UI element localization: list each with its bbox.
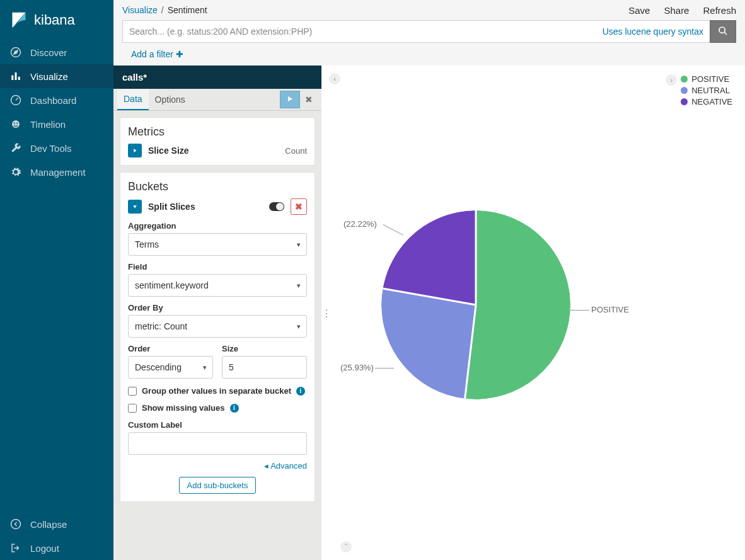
pie-slice-neutral[interactable] — [381, 289, 476, 399]
sidebar-item-label: Visualize — [30, 71, 68, 82]
brand[interactable]: kibana — [0, 0, 113, 40]
metric-toggle-button[interactable] — [128, 144, 142, 157]
sidebar-item-logout[interactable]: Logout — [0, 536, 113, 560]
size-label: Size — [222, 344, 307, 353]
sidebar-item-label: Discover — [30, 47, 67, 58]
tab-options[interactable]: Options — [149, 89, 192, 110]
main: Visualize / Sentiment Save Share Refresh… — [113, 0, 745, 560]
scroll-to-top-button[interactable]: ˆ — [340, 541, 352, 552]
sidebar-item-dashboard[interactable]: Dashboard — [0, 88, 113, 112]
add-filter-button[interactable]: Add a filter ✚ — [131, 49, 183, 59]
sidebar-item-visualize[interactable]: Visualize — [0, 64, 113, 88]
search-input[interactable] — [122, 20, 596, 43]
aggregation-select[interactable]: Terms — [128, 233, 307, 256]
legend-toggle-button[interactable]: › — [666, 74, 677, 86]
bucket-delete-button[interactable]: ✖ — [291, 198, 307, 215]
pie-label-positive: POSITIVE — [591, 305, 629, 314]
sidebar-item-label: Logout — [30, 543, 59, 554]
gauge-icon — [10, 94, 21, 106]
size-input[interactable] — [222, 356, 307, 379]
bar-chart-icon — [10, 71, 21, 82]
sidebar-item-timelion[interactable]: Timelion — [0, 112, 113, 136]
svg-rect-3 — [15, 72, 17, 80]
svg-rect-2 — [11, 76, 13, 81]
play-icon — [286, 94, 294, 105]
close-icon: ✖ — [305, 94, 313, 105]
custom-label: Custom Label — [128, 420, 307, 430]
breadcrumb-sep: / — [161, 5, 164, 15]
apply-changes-button[interactable] — [280, 91, 300, 108]
advanced-link[interactable]: ◂ Advanced — [128, 461, 307, 471]
logout-icon — [10, 542, 21, 554]
collapse-icon — [10, 518, 21, 530]
kibana-logo-icon — [10, 11, 28, 29]
order-select[interactable]: Descending — [128, 356, 213, 379]
field-label: Field — [128, 262, 307, 271]
refresh-button[interactable]: Refresh — [703, 5, 736, 16]
show-missing-label: Show missing values — [142, 403, 225, 413]
share-button[interactable]: Share — [664, 5, 689, 16]
plus-icon: ✚ — [176, 49, 183, 59]
legend-item-neutral[interactable]: NEUTRAL — [681, 86, 732, 95]
show-missing-checkbox[interactable] — [128, 404, 137, 413]
legend-color-swatch — [681, 87, 688, 94]
svg-point-10 — [719, 27, 725, 33]
sidebar-item-management[interactable]: Management — [0, 160, 113, 184]
group-other-row[interactable]: Group other values in separate bucket i — [128, 386, 307, 396]
panel-collapse-left-button[interactable]: ‹ — [329, 73, 340, 84]
metrics-title: Metrics — [128, 125, 307, 139]
discard-changes-button[interactable]: ✖ — [300, 91, 318, 108]
legend-label: NEUTRAL — [691, 86, 730, 95]
aggregation-label: Aggregation — [128, 221, 307, 231]
custom-label-input[interactable] — [128, 432, 307, 455]
sidebar-item-label: Dashboard — [30, 95, 76, 106]
label-connector — [375, 368, 394, 369]
wrench-icon — [10, 142, 21, 154]
search-button[interactable] — [710, 20, 736, 43]
bucket-toggle-button[interactable] — [128, 200, 142, 214]
caret-right-icon — [132, 146, 138, 156]
pie-chart[interactable] — [381, 210, 570, 401]
sidebar-item-collapse[interactable]: Collapse — [0, 512, 113, 536]
group-other-checkbox[interactable] — [128, 387, 137, 396]
visualization-area: ‹ ⋮ › POSITIVE NEUTRAL — [321, 66, 745, 560]
save-button[interactable]: Save — [628, 5, 650, 16]
label-connector — [570, 310, 589, 311]
sidebar-item-label: Dev Tools — [30, 143, 72, 154]
sidebar-item-label: Collapse — [30, 519, 67, 530]
pie-slice-positive[interactable] — [465, 210, 570, 399]
legend-label: POSITIVE — [691, 74, 729, 84]
metrics-card: Metrics Slice Size Count — [120, 117, 315, 166]
sidebar-item-discover[interactable]: Discover — [0, 40, 113, 64]
orderby-label: Order By — [128, 303, 307, 312]
legend-item-positive[interactable]: POSITIVE — [681, 74, 732, 84]
svg-marker-1 — [14, 50, 18, 54]
chevron-left-icon: ‹ — [333, 75, 336, 83]
chevron-up-icon: ˆ — [345, 543, 347, 551]
show-missing-row[interactable]: Show missing values i — [128, 403, 307, 413]
pie-label-neutral: (25.93%) — [340, 363, 374, 372]
breadcrumb-root[interactable]: Visualize — [122, 5, 158, 15]
legend-item-negative[interactable]: NEGATIVE — [681, 97, 732, 106]
sidebar-item-dev-tools[interactable]: Dev Tools — [0, 136, 113, 160]
info-icon[interactable]: i — [230, 404, 239, 413]
close-icon: ✖ — [295, 202, 303, 212]
pie-label-negative: (22.22%) — [344, 219, 377, 229]
add-sub-buckets-button[interactable]: Add sub-buckets — [179, 477, 257, 494]
sidebar: kibana Discover Visualize Dashboard Time… — [0, 0, 113, 560]
slice-size-value: Count — [285, 146, 307, 156]
resize-handle[interactable]: ⋮ — [321, 307, 330, 319]
compass-icon — [10, 47, 21, 58]
tab-data[interactable]: Data — [117, 89, 149, 110]
split-slices-label: Split Slices — [148, 202, 195, 212]
lucene-syntax-link[interactable]: Uses lucene query syntax — [596, 20, 710, 43]
bucket-enabled-toggle[interactable] — [269, 202, 284, 211]
orderby-select[interactable]: metric: Count — [128, 315, 307, 338]
index-pattern-header: calls* — [113, 66, 321, 89]
slice-size-label: Slice Size — [148, 146, 189, 156]
svg-rect-4 — [18, 77, 20, 80]
svg-point-8 — [16, 122, 18, 123]
field-select[interactable]: sentiment.keyword — [128, 274, 307, 297]
buckets-title: Buckets — [128, 180, 307, 193]
info-icon[interactable]: i — [296, 387, 305, 396]
